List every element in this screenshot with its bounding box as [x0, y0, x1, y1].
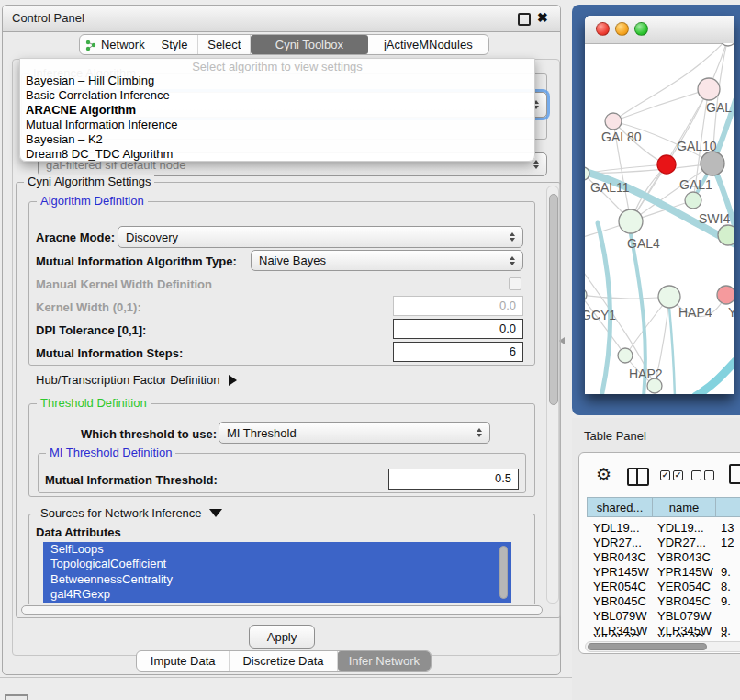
- table-panel-title: Table Panel: [584, 429, 646, 443]
- graph-node-gal10[interactable]: [701, 152, 724, 175]
- dropdown-item-selected[interactable]: ARACNE Algorithm: [26, 103, 136, 117]
- network-icon: [85, 40, 96, 51]
- column-header-name[interactable]: name: [653, 497, 716, 517]
- table-cell[interactable]: YBR043C: [593, 550, 646, 564]
- minimized-panel-button[interactable]: [5, 694, 28, 700]
- close-icon[interactable]: ✖: [537, 10, 548, 25]
- table-cell[interactable]: 9.: [721, 594, 731, 608]
- apply-button[interactable]: Apply: [249, 625, 315, 649]
- mi-steps-field[interactable]: 6: [393, 342, 523, 362]
- table-hscrollbar-thumb[interactable]: [588, 643, 707, 650]
- manual-kernel-width-checkbox[interactable]: [509, 277, 521, 290]
- tab-network[interactable]: Network: [80, 35, 151, 54]
- column-header[interactable]: A: [716, 497, 740, 517]
- table-cell[interactable]: YIL052C: [657, 631, 704, 637]
- tab-jactivemnodules[interactable]: jActiveMNodules: [368, 35, 488, 54]
- mi-algorithm-type-label: Mutual Information Algorithm Type:: [36, 254, 237, 268]
- table-cell[interactable]: 13: [721, 521, 734, 535]
- settings-hscrollbar[interactable]: [19, 604, 546, 616]
- tab-select-label: Select: [207, 38, 241, 51]
- table-cell[interactable]: YER054C: [657, 580, 711, 593]
- dpi-tolerance-field[interactable]: 0.0: [393, 319, 523, 339]
- graph-node-hap2[interactable]: [618, 348, 633, 363]
- graph-node-y[interactable]: [717, 286, 734, 304]
- tab-impute-data[interactable]: Impute Data: [137, 651, 230, 671]
- table-cell[interactable]: YBR045C: [593, 594, 646, 608]
- table-cell[interactable]: YER054C: [593, 580, 646, 593]
- dropdown-placeholder: Select algorithm to view settings: [20, 60, 534, 73]
- list-vscrollbar-thumb[interactable]: [499, 546, 508, 599]
- algorithm-dropdown-list: Select algorithm to view settings Bayesi…: [19, 58, 535, 162]
- settings-vscrollbar[interactable]: [546, 186, 559, 604]
- hub-definition-toggle[interactable]: Hub/Transcription Factor Definition: [36, 373, 237, 387]
- dropdown-item[interactable]: Mutual Information Inference: [26, 118, 177, 131]
- network-window-frame: GAL GAL80 GAL10 GAL11 GAL1 SWI4 GAL4 GCY…: [572, 5, 740, 415]
- node-label: GAL10: [677, 139, 717, 153]
- table-cell[interactable]: YDR27...: [657, 536, 706, 549]
- table-cell[interactable]: YPR145W: [593, 565, 649, 579]
- table-cell[interactable]: YBL079W: [593, 609, 647, 623]
- split-columns-icon[interactable]: [627, 468, 649, 486]
- table-cell[interactable]: 9.: [721, 631, 731, 637]
- which-threshold-combobox[interactable]: MI Threshold: [219, 422, 490, 444]
- graph-node-gal1[interactable]: [685, 192, 701, 209]
- node-label: GAL4: [627, 236, 660, 251]
- graph-node-gal80[interactable]: [605, 113, 622, 130]
- aracne-mode-combobox[interactable]: Discovery: [118, 226, 523, 248]
- dropdown-item[interactable]: Bayesian – K2: [26, 132, 103, 146]
- export-table-icon[interactable]: [729, 464, 740, 484]
- list-item[interactable]: SelfLoops: [43, 542, 511, 557]
- graph-node-selected-red[interactable]: [657, 155, 676, 174]
- table-cell[interactable]: YIL052C: [593, 631, 640, 637]
- settings-hscrollbar-thumb[interactable]: [21, 605, 543, 615]
- network-canvas[interactable]: GAL GAL80 GAL10 GAL11 GAL1 SWI4 GAL4 GCY…: [585, 43, 734, 394]
- table-cell[interactable]: YPR145W: [657, 565, 713, 579]
- list-item[interactable]: gal4RGexp: [43, 587, 511, 602]
- mi-algorithm-type-combobox[interactable]: Naive Bayes: [251, 250, 523, 271]
- list-item[interactable]: TopologicalCoefficient: [43, 557, 511, 571]
- table-cell[interactable]: YDL19...: [657, 521, 704, 535]
- tab-cyni-toolbox[interactable]: Cyni Toolbox: [251, 35, 367, 54]
- tab-style[interactable]: Style: [151, 35, 199, 54]
- settings-vscrollbar-thumb[interactable]: [549, 194, 558, 405]
- show-columns-icon[interactable]: ✓✓: [660, 470, 683, 480]
- node-label: SWI4: [699, 211, 730, 226]
- graph-node-swi4[interactable]: [718, 225, 734, 245]
- table-cell[interactable]: YDR27...: [593, 536, 642, 549]
- graph-node-gcy1[interactable]: [585, 288, 587, 301]
- network-window[interactable]: GAL GAL80 GAL10 GAL11 GAL1 SWI4 GAL4 GCY…: [585, 16, 734, 394]
- sources-group-title[interactable]: Sources for Network Inference: [37, 506, 226, 520]
- graph-node-hap4[interactable]: [658, 286, 680, 308]
- float-window-icon[interactable]: [518, 13, 531, 26]
- graph-node-gal4[interactable]: [619, 209, 643, 233]
- hide-columns-icon[interactable]: [691, 470, 714, 480]
- zoom-traffic-light-icon[interactable]: [634, 22, 648, 36]
- kernel-width-field[interactable]: 0.0: [393, 296, 523, 316]
- table-cell[interactable]: 9.: [721, 565, 731, 579]
- tab-infer-network[interactable]: Infer Network: [338, 651, 431, 671]
- table-cell[interactable]: YBL079W: [657, 609, 712, 623]
- mi-threshold-field[interactable]: 0.5: [388, 469, 519, 490]
- gear-icon[interactable]: ⚙: [596, 466, 611, 483]
- table-cell[interactable]: YBR045C: [657, 594, 711, 608]
- which-threshold-value: MI Threshold: [227, 426, 297, 440]
- table-cell[interactable]: 12: [721, 536, 734, 549]
- dropdown-item[interactable]: Bayesian – Hill Climbing: [26, 73, 154, 87]
- table-cell[interactable]: YDL19...: [593, 521, 640, 535]
- graph-node-gal[interactable]: [698, 78, 720, 100]
- table-cell[interactable]: 8.: [721, 580, 731, 593]
- tab-impute-data-label: Impute Data: [151, 654, 216, 668]
- table-cell[interactable]: YBR043C: [657, 550, 711, 564]
- minimize-traffic-light-icon[interactable]: [615, 22, 629, 36]
- node-label: Y: [728, 305, 734, 320]
- dropdown-item[interactable]: Dream8 DC_TDC Algorithm: [26, 147, 173, 161]
- tab-discretize-data[interactable]: Discretize Data: [230, 651, 337, 671]
- dropdown-item[interactable]: Basic Correlation Inference: [26, 88, 170, 102]
- close-traffic-light-icon[interactable]: [596, 22, 610, 36]
- algorithm-definition-title: Algorithm Definition: [37, 194, 148, 208]
- tab-select[interactable]: Select: [198, 35, 251, 54]
- table-hscrollbar[interactable]: [585, 641, 740, 652]
- list-item[interactable]: BetweennessCentrality: [43, 572, 511, 587]
- column-header-shared-name[interactable]: shared...: [587, 497, 653, 517]
- network-window-titlebar[interactable]: [585, 16, 734, 44]
